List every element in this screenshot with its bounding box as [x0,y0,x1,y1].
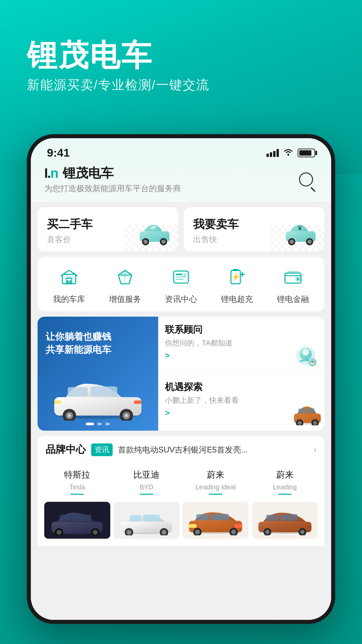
svg-rect-87 [266,515,278,521]
sell-card[interactable]: 我要卖车 出售快 [184,207,324,252]
svg-rect-62 [73,515,91,521]
svg-point-66 [93,530,98,535]
brand-item-tesla[interactable]: 特斯拉 Tesla [44,469,110,495]
brand-item-byd[interactable]: 比亚迪 BYD [114,469,180,495]
main-content: 买二手车 直客价 [31,202,331,620]
banner-area[interactable]: 让你躺着也赚钱 共享新能源电车 [38,317,158,431]
menu-item-news[interactable]: 资讯中心 [165,264,197,305]
brand-car-byd[interactable] [114,502,180,539]
phone-screen: 9:41 [31,138,331,620]
search-button[interactable] [294,168,318,191]
brand-car-nio1[interactable] [183,502,249,539]
garage-icon [56,264,82,290]
svg-point-33 [297,278,299,280]
wifi-icon [283,148,294,158]
opportunity-car-icon [292,402,319,425]
brand-byd-line [140,494,153,495]
svg-point-74 [162,530,166,535]
news-text[interactable]: 首款纯电动SUV吉利银河E5首发亮... [118,444,308,455]
svg-rect-16 [65,276,73,279]
menu-item-garage[interactable]: 我的车库 [53,264,85,305]
brand-nio1-en: Leading Ideal [195,483,236,491]
app-title-main: 锂茂电车 [27,40,209,70]
sell-car-icon: ¥ [282,219,319,246]
advisor-icon: ☕ [292,345,319,368]
svg-point-80 [195,530,200,534]
svg-point-43 [125,414,128,417]
svg-point-0 [288,154,289,155]
brand-nio1-cn: 蔚来 [207,469,224,481]
logo-mark: I.n [44,166,58,181]
svg-point-3 [143,239,147,244]
menu-item-charge[interactable]: ⚡ 锂电超充 [221,264,253,305]
svg-point-90 [265,530,269,534]
value-label: 增值服务 [109,294,141,305]
svg-rect-25 [183,273,186,276]
svg-point-8 [290,239,294,244]
svg-text:⚡: ⚡ [231,272,241,281]
svg-rect-88 [280,514,297,521]
brand-nio1-line [209,494,222,495]
svg-rect-53 [298,409,306,413]
svg-rect-27 [233,269,238,271]
brand-nio2-en: Leading [273,483,297,491]
brand-tesla-line [70,494,84,495]
svg-rect-15 [69,280,71,284]
info-cards: 联系顾问 你想问的，TA都知道 > [158,317,324,431]
brand-car-tesla[interactable] [44,502,110,539]
app-tagline: 为您打造极致新能源用车平台的服务商 [44,183,181,194]
buy-card[interactable]: 买二手车 直客价 [38,207,178,252]
brand-title: 品牌中心 [46,443,86,457]
brand-item-nio2[interactable]: 蔚来 Leading [252,469,318,495]
advisor-card[interactable]: 联系顾问 你想问的，TA都知道 > [158,317,324,374]
svg-point-72 [126,530,131,535]
status-bar: 9:41 [31,138,331,159]
svg-rect-23 [176,276,186,277]
svg-rect-83 [189,524,197,528]
brand-section: 品牌中心 资讯 首款纯电动SUV吉利银河E5首发亮... › 特斯拉 Tesla… [38,436,324,546]
advisor-title: 联系顾问 [165,323,318,336]
svg-point-82 [231,530,236,534]
charge-icon: ⚡ [224,264,250,290]
signal-icon [266,149,279,157]
opportunity-card[interactable]: 机遇探索 小鹏上新了，快来看看 > [158,374,324,431]
svg-rect-36 [68,387,88,396]
banner-text: 让你躺着也赚钱 共享新能源电车 [46,330,111,356]
brand-header: 品牌中心 资讯 首款纯电动SUV吉利银河E5首发亮... › [38,436,324,464]
banner-dots [86,423,110,425]
news-tag: 资讯 [91,443,113,456]
diamond-icon [112,264,138,290]
brand-list: 特斯拉 Tesla 比亚迪 BYD 蔚来 Leading Ideal [38,464,324,500]
quick-menu: 我的车库 增值服务 [38,257,324,311]
app-header: I.n 锂茂电车 为您打造极致新能源用车平台的服务商 [31,159,331,202]
charge-label: 锂电超充 [221,294,253,305]
brand-item-nio1[interactable]: 蔚来 Leading Ideal [183,469,249,495]
garage-label: 我的车库 [53,294,85,305]
svg-rect-45 [134,400,141,404]
search-icon [299,172,313,186]
brand-car-nio2[interactable] [252,502,318,539]
brand-car-area [44,500,318,540]
logo-area: I.n 锂茂电车 为您打造极致新能源用车平台的服务商 [44,165,181,194]
finance-label: 锂电金融 [277,294,309,305]
svg-rect-77 [196,514,209,520]
svg-rect-22 [176,274,182,275]
svg-rect-54 [307,408,314,413]
svg-rect-69 [130,515,141,521]
app-title-section: 锂茂电车 新能源买卖/专业检测/一键交流 [27,40,209,94]
svg-point-58 [313,421,317,425]
menu-item-value[interactable]: 增值服务 [109,264,141,305]
status-icons [266,148,315,158]
news-arrow: › [314,445,316,454]
menu-item-finance[interactable]: 锂电金融 [277,264,309,305]
svg-rect-61 [60,515,71,521]
app-name-header: 锂茂电车 [63,165,114,182]
news-label: 资讯中心 [165,294,197,305]
app-title-sub: 新能源买卖/专业检测/一键交流 [27,76,209,94]
svg-rect-78 [211,514,229,520]
svg-rect-24 [176,279,184,280]
battery-icon [298,149,315,157]
brand-nio2-cn: 蔚来 [276,469,294,481]
svg-point-64 [57,530,61,535]
banner-car [48,374,148,421]
